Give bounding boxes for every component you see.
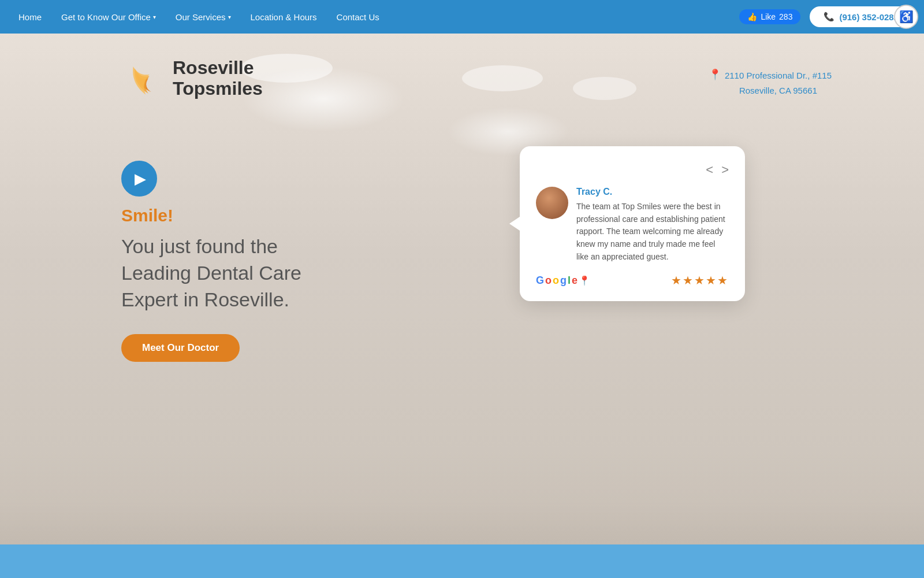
meet-doctor-button[interactable]: Meet Our Doctor: [121, 334, 240, 362]
logo-icon: [121, 57, 165, 100]
nav-home[interactable]: Home: [12, 8, 49, 27]
nav-get-to-know-label: Get to Know Our Office: [61, 12, 151, 22]
nav-location[interactable]: Location & Hours: [244, 8, 324, 27]
chevron-down-icon: ▾: [153, 14, 156, 20]
logo-text: Roseville Topsmiles: [173, 58, 263, 98]
navbar: Home Get to Know Our Office ▾ Our Servic…: [0, 0, 924, 34]
like-count: 283: [779, 12, 792, 21]
review-card: < > Tracy C. The team at Top Smiles were…: [520, 146, 745, 301]
avatar-image: [536, 187, 568, 219]
nav-get-to-know[interactable]: Get to Know Our Office ▾: [54, 8, 163, 27]
ceiling-light: [573, 77, 636, 100]
review-navigation: < >: [536, 162, 729, 177]
smile-text: Smile!: [121, 206, 352, 225]
accessibility-icon: ♿: [899, 10, 914, 24]
reviewer-text: The team at Top Smiles were the best in …: [576, 201, 729, 263]
hero-content: ▶ Smile! You just found the Leading Dent…: [121, 161, 352, 362]
google-logo: Google 📍: [536, 275, 590, 287]
address-line2: Roseville, CA 95661: [725, 83, 832, 98]
nav-links: Home Get to Know Our Office ▾ Our Servic…: [12, 8, 386, 27]
phone-icon: 📞: [824, 12, 834, 22]
logo-line1: Roseville: [173, 58, 263, 78]
logo-line2: Topsmiles: [173, 79, 263, 99]
nav-home-label: Home: [18, 12, 42, 22]
nav-services-label: Our Services: [176, 12, 226, 22]
accessibility-button[interactable]: ♿: [894, 5, 918, 29]
chevron-down-icon: ▾: [228, 14, 231, 20]
review-prev-button[interactable]: <: [706, 162, 713, 177]
nav-right: 👍 Like 283 📞 (916) 352-0282: [739, 6, 912, 27]
nav-services[interactable]: Our Services ▾: [169, 8, 238, 27]
nav-contact[interactable]: Contact Us: [330, 8, 386, 27]
play-button[interactable]: ▶: [121, 161, 157, 197]
address-line1: 2110 Professional Dr., #115: [725, 68, 832, 83]
google-maps-icon: 📍: [579, 275, 590, 286]
hero-heading: You just found the Leading Dental Care E…: [121, 234, 352, 313]
review-next-button[interactable]: >: [721, 162, 729, 177]
logo-area: Roseville Topsmiles: [121, 57, 263, 100]
review-footer: Google 📍 ★★★★★: [536, 273, 729, 287]
address-text: 2110 Professional Dr., #115 Roseville, C…: [725, 68, 832, 98]
bottom-bar: [0, 544, 924, 578]
thumbs-up-icon: 👍: [747, 12, 757, 21]
address-area: 📍 2110 Professional Dr., #115 Roseville,…: [709, 68, 832, 98]
reviewer-info: Tracy C. The team at Top Smiles were the…: [576, 187, 729, 263]
play-icon: ▶: [135, 170, 146, 188]
ceiling-light: [462, 65, 543, 91]
star-rating: ★★★★★: [671, 273, 729, 287]
nav-contact-label: Contact Us: [337, 12, 379, 22]
reviewer-avatar: [536, 187, 568, 219]
nav-location-label: Location & Hours: [251, 12, 317, 22]
phone-number: (916) 352-0282: [839, 12, 899, 22]
like-badge[interactable]: 👍 Like 283: [739, 9, 800, 24]
reviewer-name: Tracy C.: [576, 187, 729, 197]
location-pin-icon: 📍: [709, 68, 721, 81]
hero-section: Roseville Topsmiles 📍 2110 Professional …: [0, 34, 924, 578]
reviewer-row: Tracy C. The team at Top Smiles were the…: [536, 187, 729, 263]
like-label: Like: [761, 12, 776, 21]
